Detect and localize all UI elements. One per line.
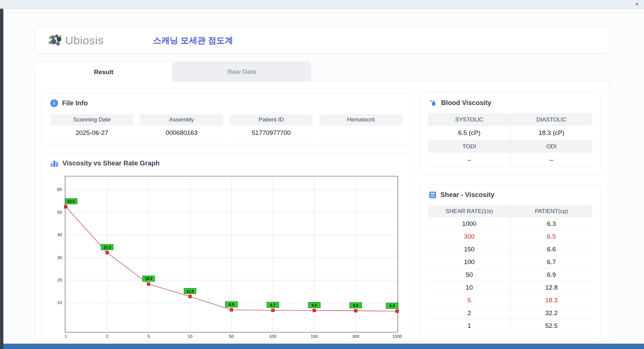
patient-viscosity-cell: 6.6 [510, 243, 592, 255]
shear-viscosity-body: 10006.33006.51506.61006.7506.91012.8518.… [428, 217, 592, 332]
svg-text:150: 150 [311, 334, 318, 339]
svg-text:10: 10 [187, 334, 192, 339]
shear-viscosity-row: 1006.7 [428, 256, 592, 268]
svg-text:1: 1 [64, 334, 67, 339]
shear-rate-cell: 5 [428, 294, 510, 306]
logo-text: Ubiosis [65, 34, 104, 47]
file-info-field-0: Scanning Date2025-06-27 [51, 114, 133, 140]
tab-raw-data[interactable]: Raw Data [173, 62, 311, 82]
patient-viscosity-cell: 12.8 [510, 281, 592, 294]
shear-rate-cell: 150 [428, 243, 510, 255]
svg-text:60: 60 [57, 187, 62, 192]
svg-text:30: 30 [57, 255, 62, 260]
shear-rate-cell: 10 [428, 281, 510, 294]
file-info-field-3: Hematocrit [320, 114, 402, 140]
window-bottom-bar [3, 344, 644, 349]
svg-text:12.8: 12.8 [186, 289, 194, 293]
odi-label: ODI [510, 140, 592, 153]
svg-text:6.5: 6.5 [353, 303, 359, 307]
svg-text:5: 5 [147, 334, 150, 339]
svg-text:50: 50 [229, 334, 234, 339]
calculator-icon [429, 191, 436, 199]
shear-viscosity-row: 506.9 [428, 268, 592, 281]
tab-result[interactable]: Result [35, 62, 173, 82]
field-label: Hematocrit [320, 114, 402, 126]
patient-viscosity-cell: 6.5 [510, 230, 592, 243]
file-info-field-1: Assembly000680163 [140, 114, 223, 140]
svg-text:18.3: 18.3 [145, 277, 152, 281]
shear-viscosity-row: 3006.5 [428, 230, 592, 243]
odi-value: – [510, 153, 592, 167]
app-window: Ubiosis 스캐닝 모세관 점도계 Result Raw Data i Fi… [3, 9, 644, 344]
shear-rate-cell: 1 [428, 319, 510, 332]
svg-text:6.3: 6.3 [389, 304, 395, 308]
patient-viscosity-cell: 6.7 [510, 256, 592, 268]
shear-viscosity-title: Shear - Viscosity [440, 191, 494, 199]
graph-title-row: Viscosity vs Shear Rate Graph [50, 159, 160, 167]
systolic-label: SYSTOLIC [428, 113, 510, 126]
bv-value-row-2: – – [428, 153, 592, 167]
info-icon: i [50, 99, 58, 107]
patient-viscosity-cell: 6.9 [510, 268, 592, 281]
bv-header-row-2: TODI ODI [428, 140, 592, 153]
logo-mark-icon [48, 33, 63, 48]
shear-rate-cell: 2 [428, 307, 510, 319]
bv-value-row-1: 6.5 (cP) 18.3 (cP) [428, 126, 592, 140]
patient-viscosity-cell: 6.3 [510, 217, 592, 230]
svg-text:10: 10 [57, 300, 62, 305]
field-label: Assembly [140, 114, 223, 126]
shear-viscosity-row: 232.2 [428, 307, 592, 319]
svg-text:2: 2 [106, 334, 108, 339]
bv-header-row-1: SYSTOLIC DIASTOLIC [428, 113, 592, 126]
svg-text:52.5: 52.5 [67, 199, 75, 203]
app-title: 스캐닝 모세관 점도계 [153, 27, 233, 54]
blood-viscosity-card: Blood Viscosity SYSTOLIC DIASTOLIC 6.5 (… [420, 92, 601, 174]
svg-text:32.2: 32.2 [103, 245, 111, 249]
diastolic-value: 18.3 (cP) [510, 126, 592, 140]
close-icon[interactable]: × [635, 1, 639, 7]
bar-chart-icon [50, 159, 58, 167]
svg-text:50: 50 [57, 210, 62, 215]
systolic-value: 6.5 (cP) [428, 126, 510, 140]
field-value [320, 126, 402, 140]
shear-viscosity-card: Shear - Viscosity SHEAR RATE(1/s) PATIEN… [420, 185, 601, 340]
svg-text:6.6: 6.6 [312, 303, 317, 307]
shear-rate-cell: 1000 [428, 217, 510, 230]
patient-column-header: PATIENT(cp) [510, 205, 592, 217]
todi-value: – [428, 153, 510, 167]
svg-text:100: 100 [269, 334, 277, 339]
diastolic-label: DIASTOLIC [510, 113, 592, 126]
field-value: 2025-06-27 [51, 126, 133, 140]
window-titlebar: × [0, 0, 644, 9]
svg-text:6.9: 6.9 [229, 302, 234, 306]
graph-title: Viscosity vs Shear Rate Graph [62, 159, 160, 167]
viscosity-chart: 1020304050601251050100150300100052.532.2… [50, 173, 406, 339]
result-panel: i File Info Scanning Date2025-06-27Assem… [35, 81, 609, 342]
field-label: Patient ID [230, 114, 313, 126]
svg-text:6.7: 6.7 [270, 303, 276, 307]
svg-text:20: 20 [57, 278, 62, 283]
field-value: 51770977700 [230, 126, 313, 140]
ubiosis-logo: Ubiosis [48, 27, 104, 54]
blood-viscosity-title: Blood Viscosity [441, 99, 491, 107]
file-info-card: i File Info Scanning Date2025-06-27Assem… [41, 93, 411, 146]
todi-label: TODI [428, 140, 510, 153]
shear-viscosity-table: SHEAR RATE(1/s) PATIENT(cp) 10006.33006.… [428, 205, 592, 332]
shear-rate-column-header: SHEAR RATE(1/s) [428, 205, 510, 217]
shear-viscosity-row: 1012.8 [428, 281, 592, 294]
shear-rate-cell: 300 [428, 230, 510, 243]
graph-card: Viscosity vs Shear Rate Graph 1020304050… [41, 153, 411, 339]
shear-viscosity-header-row: SHEAR RATE(1/s) PATIENT(cp) [428, 205, 592, 217]
patient-viscosity-cell: 52.5 [510, 319, 592, 332]
field-label: Scanning Date [51, 114, 133, 126]
file-info-title: File Info [62, 99, 88, 107]
shear-viscosity-row: 1506.6 [428, 243, 592, 256]
blood-viscosity-title-row: Blood Viscosity [429, 99, 491, 107]
svg-text:1000: 1000 [392, 334, 402, 339]
svg-text:300: 300 [352, 334, 360, 339]
file-info-fields: Scanning Date2025-06-27Assembly000680163… [51, 114, 402, 140]
shear-rate-cell: 100 [428, 256, 510, 268]
patient-viscosity-cell: 18.3 [510, 294, 592, 306]
droplet-icon [429, 99, 437, 107]
blood-viscosity-table: SYSTOLIC DIASTOLIC 6.5 (cP) 18.3 (cP) TO… [428, 113, 592, 167]
